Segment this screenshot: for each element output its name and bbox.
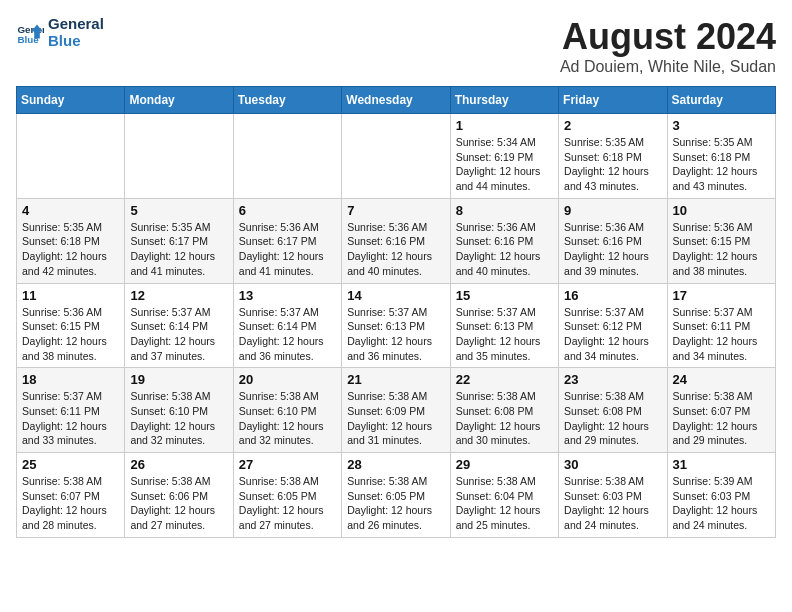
day-header-tuesday: Tuesday <box>233 87 341 114</box>
day-number: 5 <box>130 203 227 218</box>
cell-info: Sunrise: 5:36 AM Sunset: 6:17 PM Dayligh… <box>239 220 336 279</box>
calendar-cell: 27Sunrise: 5:38 AM Sunset: 6:05 PM Dayli… <box>233 453 341 538</box>
cell-info: Sunrise: 5:37 AM Sunset: 6:11 PM Dayligh… <box>22 389 119 448</box>
logo-line1: General <box>48 16 104 33</box>
calendar-cell <box>342 114 450 199</box>
calendar-cell <box>125 114 233 199</box>
cell-info: Sunrise: 5:38 AM Sunset: 6:06 PM Dayligh… <box>130 474 227 533</box>
day-number: 13 <box>239 288 336 303</box>
day-number: 3 <box>673 118 770 133</box>
cell-info: Sunrise: 5:37 AM Sunset: 6:14 PM Dayligh… <box>239 305 336 364</box>
day-number: 1 <box>456 118 553 133</box>
day-number: 7 <box>347 203 444 218</box>
calendar-week-5: 25Sunrise: 5:38 AM Sunset: 6:07 PM Dayli… <box>17 453 776 538</box>
cell-info: Sunrise: 5:38 AM Sunset: 6:09 PM Dayligh… <box>347 389 444 448</box>
day-header-friday: Friday <box>559 87 667 114</box>
cell-info: Sunrise: 5:38 AM Sunset: 6:10 PM Dayligh… <box>130 389 227 448</box>
cell-info: Sunrise: 5:38 AM Sunset: 6:07 PM Dayligh… <box>22 474 119 533</box>
calendar-table: SundayMondayTuesdayWednesdayThursdayFrid… <box>16 86 776 538</box>
day-header-saturday: Saturday <box>667 87 775 114</box>
calendar-cell: 3Sunrise: 5:35 AM Sunset: 6:18 PM Daylig… <box>667 114 775 199</box>
cell-info: Sunrise: 5:37 AM Sunset: 6:13 PM Dayligh… <box>456 305 553 364</box>
day-number: 31 <box>673 457 770 472</box>
calendar-cell: 30Sunrise: 5:38 AM Sunset: 6:03 PM Dayli… <box>559 453 667 538</box>
cell-info: Sunrise: 5:37 AM Sunset: 6:13 PM Dayligh… <box>347 305 444 364</box>
calendar-cell: 25Sunrise: 5:38 AM Sunset: 6:07 PM Dayli… <box>17 453 125 538</box>
logo-icon: General Blue <box>16 19 44 47</box>
calendar-cell: 26Sunrise: 5:38 AM Sunset: 6:06 PM Dayli… <box>125 453 233 538</box>
calendar-cell: 2Sunrise: 5:35 AM Sunset: 6:18 PM Daylig… <box>559 114 667 199</box>
day-number: 25 <box>22 457 119 472</box>
day-number: 9 <box>564 203 661 218</box>
cell-info: Sunrise: 5:37 AM Sunset: 6:11 PM Dayligh… <box>673 305 770 364</box>
cell-info: Sunrise: 5:36 AM Sunset: 6:16 PM Dayligh… <box>456 220 553 279</box>
day-number: 10 <box>673 203 770 218</box>
cell-info: Sunrise: 5:35 AM Sunset: 6:17 PM Dayligh… <box>130 220 227 279</box>
calendar-cell: 21Sunrise: 5:38 AM Sunset: 6:09 PM Dayli… <box>342 368 450 453</box>
calendar-cell: 28Sunrise: 5:38 AM Sunset: 6:05 PM Dayli… <box>342 453 450 538</box>
cell-info: Sunrise: 5:39 AM Sunset: 6:03 PM Dayligh… <box>673 474 770 533</box>
cell-info: Sunrise: 5:38 AM Sunset: 6:08 PM Dayligh… <box>564 389 661 448</box>
cell-info: Sunrise: 5:36 AM Sunset: 6:16 PM Dayligh… <box>564 220 661 279</box>
cell-info: Sunrise: 5:38 AM Sunset: 6:05 PM Dayligh… <box>347 474 444 533</box>
day-header-sunday: Sunday <box>17 87 125 114</box>
day-number: 24 <box>673 372 770 387</box>
calendar-cell: 9Sunrise: 5:36 AM Sunset: 6:16 PM Daylig… <box>559 198 667 283</box>
day-number: 2 <box>564 118 661 133</box>
cell-info: Sunrise: 5:37 AM Sunset: 6:14 PM Dayligh… <box>130 305 227 364</box>
calendar-cell: 8Sunrise: 5:36 AM Sunset: 6:16 PM Daylig… <box>450 198 558 283</box>
calendar-body: 1Sunrise: 5:34 AM Sunset: 6:19 PM Daylig… <box>17 114 776 538</box>
calendar-cell: 1Sunrise: 5:34 AM Sunset: 6:19 PM Daylig… <box>450 114 558 199</box>
day-number: 28 <box>347 457 444 472</box>
cell-info: Sunrise: 5:36 AM Sunset: 6:16 PM Dayligh… <box>347 220 444 279</box>
calendar-cell: 29Sunrise: 5:38 AM Sunset: 6:04 PM Dayli… <box>450 453 558 538</box>
cell-info: Sunrise: 5:38 AM Sunset: 6:08 PM Dayligh… <box>456 389 553 448</box>
calendar-cell: 24Sunrise: 5:38 AM Sunset: 6:07 PM Dayli… <box>667 368 775 453</box>
day-number: 12 <box>130 288 227 303</box>
calendar-cell: 20Sunrise: 5:38 AM Sunset: 6:10 PM Dayli… <box>233 368 341 453</box>
day-number: 27 <box>239 457 336 472</box>
cell-info: Sunrise: 5:36 AM Sunset: 6:15 PM Dayligh… <box>673 220 770 279</box>
calendar-cell: 12Sunrise: 5:37 AM Sunset: 6:14 PM Dayli… <box>125 283 233 368</box>
title-block: August 2024 Ad Douiem, White Nile, Sudan <box>560 16 776 76</box>
logo-line2: Blue <box>48 33 104 50</box>
day-number: 29 <box>456 457 553 472</box>
day-header-wednesday: Wednesday <box>342 87 450 114</box>
day-header-thursday: Thursday <box>450 87 558 114</box>
calendar-week-2: 4Sunrise: 5:35 AM Sunset: 6:18 PM Daylig… <box>17 198 776 283</box>
day-number: 30 <box>564 457 661 472</box>
day-number: 8 <box>456 203 553 218</box>
day-number: 17 <box>673 288 770 303</box>
calendar-cell: 22Sunrise: 5:38 AM Sunset: 6:08 PM Dayli… <box>450 368 558 453</box>
cell-info: Sunrise: 5:38 AM Sunset: 6:10 PM Dayligh… <box>239 389 336 448</box>
calendar-cell: 5Sunrise: 5:35 AM Sunset: 6:17 PM Daylig… <box>125 198 233 283</box>
calendar-cell: 11Sunrise: 5:36 AM Sunset: 6:15 PM Dayli… <box>17 283 125 368</box>
day-header-monday: Monday <box>125 87 233 114</box>
cell-info: Sunrise: 5:38 AM Sunset: 6:03 PM Dayligh… <box>564 474 661 533</box>
calendar-cell: 15Sunrise: 5:37 AM Sunset: 6:13 PM Dayli… <box>450 283 558 368</box>
day-number: 22 <box>456 372 553 387</box>
calendar-cell: 13Sunrise: 5:37 AM Sunset: 6:14 PM Dayli… <box>233 283 341 368</box>
day-number: 11 <box>22 288 119 303</box>
day-number: 23 <box>564 372 661 387</box>
cell-info: Sunrise: 5:37 AM Sunset: 6:12 PM Dayligh… <box>564 305 661 364</box>
cell-info: Sunrise: 5:35 AM Sunset: 6:18 PM Dayligh… <box>22 220 119 279</box>
day-number: 6 <box>239 203 336 218</box>
calendar-header: SundayMondayTuesdayWednesdayThursdayFrid… <box>17 87 776 114</box>
calendar-cell: 14Sunrise: 5:37 AM Sunset: 6:13 PM Dayli… <box>342 283 450 368</box>
calendar-cell: 23Sunrise: 5:38 AM Sunset: 6:08 PM Dayli… <box>559 368 667 453</box>
header-row: SundayMondayTuesdayWednesdayThursdayFrid… <box>17 87 776 114</box>
calendar-cell: 10Sunrise: 5:36 AM Sunset: 6:15 PM Dayli… <box>667 198 775 283</box>
calendar-week-3: 11Sunrise: 5:36 AM Sunset: 6:15 PM Dayli… <box>17 283 776 368</box>
day-number: 16 <box>564 288 661 303</box>
cell-info: Sunrise: 5:35 AM Sunset: 6:18 PM Dayligh… <box>673 135 770 194</box>
month-title: August 2024 <box>560 16 776 58</box>
calendar-cell: 4Sunrise: 5:35 AM Sunset: 6:18 PM Daylig… <box>17 198 125 283</box>
day-number: 4 <box>22 203 119 218</box>
day-number: 26 <box>130 457 227 472</box>
cell-info: Sunrise: 5:38 AM Sunset: 6:04 PM Dayligh… <box>456 474 553 533</box>
cell-info: Sunrise: 5:36 AM Sunset: 6:15 PM Dayligh… <box>22 305 119 364</box>
calendar-cell: 19Sunrise: 5:38 AM Sunset: 6:10 PM Dayli… <box>125 368 233 453</box>
page-header: General Blue General Blue August 2024 Ad… <box>16 16 776 76</box>
calendar-week-1: 1Sunrise: 5:34 AM Sunset: 6:19 PM Daylig… <box>17 114 776 199</box>
